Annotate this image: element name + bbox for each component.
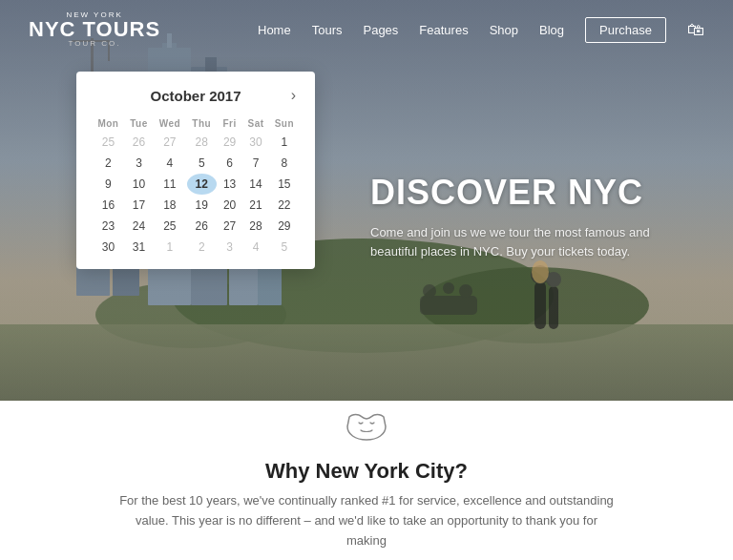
calendar-day[interactable]: 19 (187, 195, 217, 216)
bottom-section: Why New York City? For the best 10 years… (0, 401, 733, 560)
site-header: NEW YORK NYC TOURS TOUR CO. Home Tours P… (0, 0, 733, 59)
calendar-day[interactable]: 29 (269, 216, 300, 237)
svg-point-26 (443, 282, 454, 294)
svg-point-25 (423, 284, 436, 298)
calendar: ‹ October 2017 › Mon Tue Wed Thu Fri Sat… (76, 72, 315, 269)
main-nav: Home Tours Pages Features Shop Blog Purc… (258, 17, 704, 43)
calendar-day[interactable]: 10 (125, 174, 153, 195)
nav-tours[interactable]: Tours (312, 23, 343, 37)
calendar-day[interactable]: 13 (217, 174, 242, 195)
cart-icon[interactable]: 🛍 (687, 20, 704, 40)
nav-home[interactable]: Home (258, 23, 291, 37)
col-thu: Thu (187, 115, 217, 132)
col-mon: Mon (92, 115, 125, 132)
calendar-day[interactable]: 2 (92, 153, 125, 174)
calendar-day[interactable]: 24 (125, 216, 153, 237)
calendar-day[interactable]: 20 (217, 195, 242, 216)
nav-features[interactable]: Features (419, 23, 468, 37)
calendar-day[interactable]: 15 (269, 174, 300, 195)
col-sat: Sat (242, 115, 268, 132)
hero-section: ‹ October 2017 › Mon Tue Wed Thu Fri Sat… (0, 0, 733, 401)
calendar-day[interactable]: 31 (125, 237, 153, 258)
calendar-day[interactable]: 21 (242, 195, 268, 216)
calendar-day[interactable]: 26 (187, 216, 217, 237)
calendar-header: ‹ October 2017 › (92, 85, 300, 106)
calendar-day[interactable]: 6 (217, 153, 242, 174)
calendar-day[interactable]: 1 (269, 132, 300, 153)
calendar-day[interactable]: 16 (92, 195, 125, 216)
nav-shop[interactable]: Shop (490, 23, 518, 37)
calendar-day: 29 (217, 132, 242, 153)
col-wed: Wed (153, 115, 186, 132)
svg-rect-19 (534, 281, 546, 329)
calendar-title: October 2017 (150, 88, 241, 104)
hero-text-block: DISCOVER NYC Come and join us we we tour… (370, 174, 676, 262)
svg-point-23 (532, 260, 549, 283)
calendar-day[interactable]: 3 (125, 153, 153, 174)
calendar-day[interactable]: 9 (92, 174, 125, 195)
calendar-day: 3 (217, 237, 242, 258)
calendar-day[interactable]: 14 (242, 174, 268, 195)
calendar-day: 27 (153, 132, 186, 153)
calendar-day[interactable]: 5 (187, 153, 217, 174)
calendar-day[interactable]: 28 (242, 216, 268, 237)
calendar-day[interactable]: 18 (153, 195, 186, 216)
bottom-title: Why New York City? (265, 459, 468, 484)
calendar-day[interactable]: 27 (217, 216, 242, 237)
calendar-day: 4 (242, 237, 268, 258)
calendar-day[interactable]: 25 (153, 216, 186, 237)
calendar-day[interactable]: 11 (153, 174, 186, 195)
col-sun: Sun (269, 115, 300, 132)
hero-title: DISCOVER NYC (370, 174, 676, 212)
bottom-text: For the best 10 years, we've continually… (118, 491, 615, 550)
calendar-day[interactable]: 7 (242, 153, 268, 174)
logo-main-text: NYC TOURS (29, 19, 160, 40)
next-month-button[interactable]: › (287, 85, 300, 106)
calendar-day[interactable]: 4 (153, 153, 186, 174)
calendar-day: 5 (269, 237, 300, 258)
mask-icon (344, 409, 389, 451)
hero-subtitle: Come and join us we we tour the most fam… (370, 223, 676, 263)
nav-blog[interactable]: Blog (539, 23, 564, 37)
calendar-day: 1 (153, 237, 186, 258)
calendar-day: 30 (242, 132, 268, 153)
svg-point-27 (459, 284, 472, 298)
logo[interactable]: NEW YORK NYC TOURS TOUR CO. (29, 11, 160, 48)
calendar-day: 25 (92, 132, 125, 153)
col-fri: Fri (217, 115, 242, 132)
col-tue: Tue (125, 115, 153, 132)
svg-rect-24 (420, 296, 477, 315)
calendar-day[interactable]: 23 (92, 216, 125, 237)
calendar-grid: Mon Tue Wed Thu Fri Sat Sun 252627282930… (92, 115, 300, 258)
calendar-day[interactable]: 17 (125, 195, 153, 216)
calendar-day[interactable]: 8 (269, 153, 300, 174)
calendar-day[interactable]: 22 (269, 195, 300, 216)
calendar-day: 2 (187, 237, 217, 258)
svg-rect-21 (549, 286, 558, 329)
calendar-day[interactable]: 30 (92, 237, 125, 258)
nav-pages[interactable]: Pages (363, 23, 398, 37)
logo-sub-text: TOUR CO. (69, 40, 121, 48)
calendar-day: 26 (125, 132, 153, 153)
calendar-day: 28 (187, 132, 217, 153)
calendar-day[interactable]: 12 (187, 174, 217, 195)
purchase-button[interactable]: Purchase (585, 17, 666, 43)
